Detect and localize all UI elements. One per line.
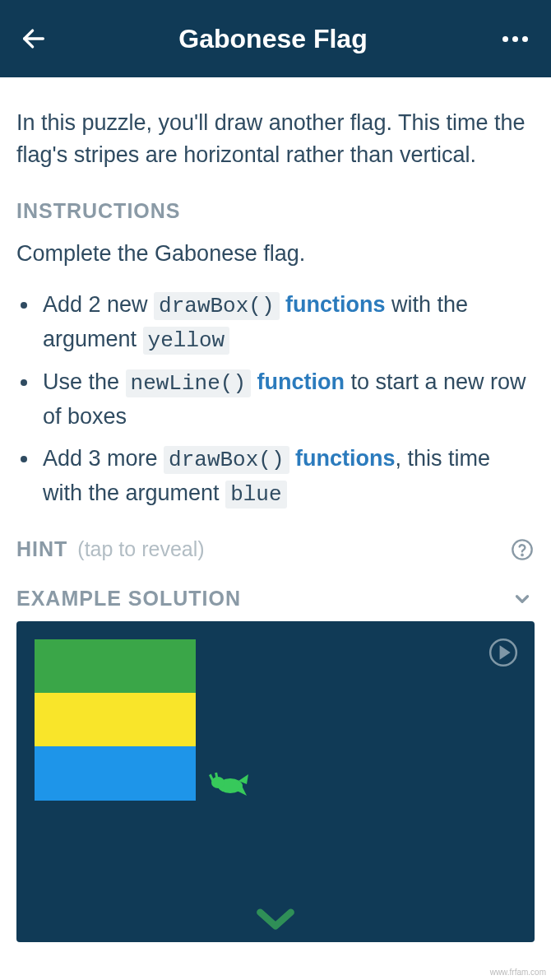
flag-output [35,639,196,801]
ellipsis-icon [512,36,518,42]
keyword: function [251,369,345,394]
watermark-text: www.frfam.com [490,968,546,977]
code-snippet: drawBox() [164,446,289,474]
code-snippet: drawBox() [154,292,279,320]
chevron-down-icon [255,905,296,933]
hint-row[interactable]: HINT (tap to reveal) [16,537,535,562]
svg-point-2 [521,554,522,555]
code-snippet: yellow [143,327,230,355]
help-icon[interactable] [510,537,535,562]
flag-stripe-green [35,639,196,693]
scroll-down-button[interactable] [251,903,300,936]
back-button[interactable] [18,23,49,54]
list-item: Add 2 new drawBox() functions with the a… [39,288,535,357]
list-item: Add 3 more drawBox() functions, this tim… [39,442,535,511]
ellipsis-icon [522,36,528,42]
question-circle-icon [511,538,534,561]
ellipsis-icon [502,36,508,42]
flag-stripe-yellow [35,693,196,746]
example-solution-panel [16,621,535,942]
more-button[interactable] [497,23,533,54]
chevron-down-icon [510,587,535,611]
arrow-left-icon [20,25,48,53]
keyword: functions [289,446,396,471]
example-solution-label: EXAMPLE SOLUTION [16,587,241,611]
app-header: Gabonese Flag [0,0,551,77]
play-circle-icon [488,637,519,668]
list-item: Use the newLine() function to start a ne… [39,365,535,434]
content-area: In this puzzle, you'll draw another flag… [0,77,551,942]
intro-text: In this puzzle, you'll draw another flag… [16,107,535,171]
instruction-list: Add 2 new drawBox() functions with the a… [16,288,535,511]
instructions-heading: INSTRUCTIONS [16,199,535,223]
hint-label: HINT [16,537,67,561]
keyword: functions [280,292,386,317]
example-solution-header[interactable]: EXAMPLE SOLUTION [16,587,535,611]
task-text: Complete the Gabonese flag. [16,241,535,267]
svg-marker-4 [501,647,509,657]
code-snippet: blue [225,481,286,509]
flag-stripe-blue [35,746,196,800]
grasshopper-icon [206,766,252,799]
code-snippet: newLine() [126,369,251,397]
play-button[interactable] [487,636,520,669]
page-title: Gabonese Flag [49,24,497,54]
hint-reveal-text: (tap to reveal) [77,537,500,561]
